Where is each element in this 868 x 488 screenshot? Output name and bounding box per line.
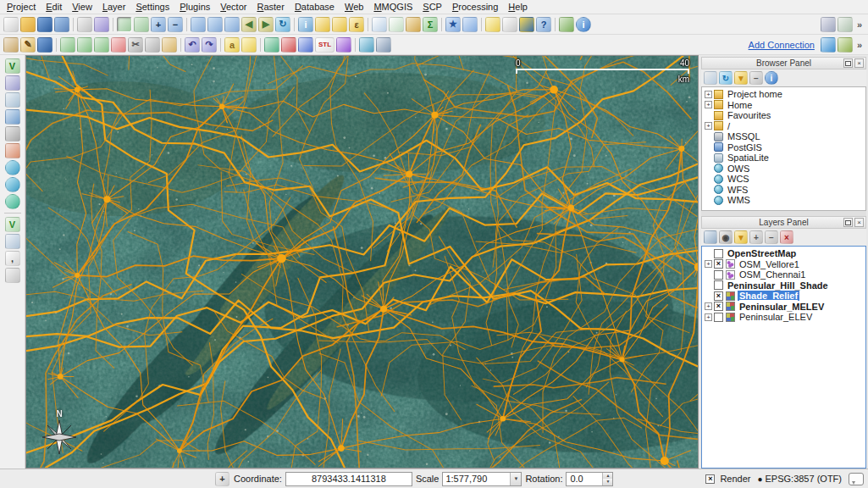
layer-item-osm-vellore1[interactable]: +×OSM_Vellore1: [703, 259, 865, 270]
select-features-icon[interactable]: [315, 17, 330, 32]
cut-features-icon[interactable]: ✂: [128, 37, 143, 53]
menu-scp[interactable]: SCP: [417, 1, 447, 14]
map-canvas[interactable]: 0 40 km N: [25, 55, 699, 469]
expander-icon[interactable]: +: [705, 302, 712, 310]
filter-browser-icon[interactable]: ▼: [734, 71, 748, 85]
float-panel-button[interactable]: [843, 58, 853, 68]
browser-item-root[interactable]: +/: [703, 121, 865, 132]
move-feature-icon[interactable]: [77, 37, 92, 53]
float-panel-button[interactable]: [843, 218, 853, 227]
pan-to-selection-icon[interactable]: [134, 17, 149, 32]
tile-layer-icon[interactable]: [838, 37, 853, 53]
undo-icon[interactable]: ↶: [185, 37, 200, 53]
add-feature-icon[interactable]: [60, 37, 75, 53]
toggle-editing-icon[interactable]: ✎: [20, 37, 36, 53]
chevron-down-icon[interactable]: ▼: [510, 473, 521, 485]
refresh-browser-icon[interactable]: ↻: [719, 71, 733, 85]
add-delimited-text-icon[interactable]: ,: [5, 251, 20, 266]
redo-icon[interactable]: ↷: [202, 37, 217, 53]
layer-visibility-checkbox[interactable]: [714, 270, 723, 280]
filter-legend-icon[interactable]: ▼: [734, 230, 748, 244]
browser-item-mssql[interactable]: MSSQL: [703, 131, 865, 142]
zoom-to-selection-icon[interactable]: [207, 17, 223, 32]
select-by-expression-icon[interactable]: ε: [349, 17, 364, 32]
layer-item-shade-relief[interactable]: ×Shade_Relief: [703, 291, 865, 302]
expander-icon[interactable]: +: [705, 122, 712, 130]
menu-web[interactable]: Web: [340, 1, 368, 14]
browser-item-wcs[interactable]: WCS: [703, 174, 865, 185]
scp-spectral-plot-icon[interactable]: [336, 37, 351, 53]
metasearch-icon[interactable]: [821, 37, 836, 53]
add-selected-layers-icon[interactable]: [704, 71, 717, 85]
new-bookmark-icon[interactable]: [462, 17, 478, 32]
paste-features-icon[interactable]: [162, 37, 177, 53]
browser-item-postgis[interactable]: PostGIS: [703, 142, 865, 153]
render-checkbox[interactable]: × Render: [705, 474, 750, 484]
layer-visibility-checkbox[interactable]: [714, 313, 723, 322]
rotation-spinner[interactable]: 0.0 ▲ ▼: [566, 472, 613, 486]
zoom-next-icon[interactable]: ▶: [258, 17, 274, 32]
menu-layer[interactable]: Layer: [97, 1, 131, 14]
menu-processing[interactable]: Processing: [447, 1, 503, 14]
layer-visibility-checkbox[interactable]: ×: [714, 259, 723, 269]
layer-item-peninsular-hill-shade[interactable]: Peninsular_Hill_Shade: [703, 280, 865, 291]
zoom-full-icon[interactable]: [191, 17, 206, 32]
close-panel-button[interactable]: ×: [854, 218, 864, 227]
scale-combo[interactable]: 1:577,790 ▼: [442, 472, 522, 486]
layer-item-openstreetmap[interactable]: OpenStreetMap: [703, 248, 865, 259]
scp-stl-icon[interactable]: STL: [315, 37, 334, 53]
osm-place-search-icon[interactable]: [821, 17, 836, 32]
new-spatialite-layer-icon[interactable]: [5, 234, 20, 249]
add-wcs-layer-icon[interactable]: [5, 177, 20, 192]
add-postgis-layer-icon[interactable]: [5, 109, 20, 125]
spin-up-icon[interactable]: ▲: [603, 473, 612, 480]
python-console-icon[interactable]: [519, 17, 534, 32]
add-oracle-layer-icon[interactable]: [5, 143, 20, 158]
composer-manager-icon[interactable]: [94, 17, 109, 32]
save-edits-icon[interactable]: [37, 37, 53, 53]
zoom-in-icon[interactable]: +: [151, 17, 166, 32]
new-shapefile-layer-icon[interactable]: V: [5, 217, 20, 232]
current-edits-icon[interactable]: [3, 37, 19, 53]
messages-button[interactable]: [849, 473, 864, 485]
browser-item-home[interactable]: +Home: [703, 100, 865, 111]
scp-roi-pointer-icon[interactable]: [281, 37, 296, 53]
zoom-out-icon[interactable]: −: [168, 17, 183, 32]
menu-project[interactable]: Project: [2, 1, 41, 14]
labeling-icon[interactable]: a: [224, 37, 240, 53]
statistical-summary-icon[interactable]: Σ: [423, 17, 438, 32]
collapse-all-layers-icon[interactable]: −: [765, 230, 778, 244]
copy-features-icon[interactable]: [145, 37, 160, 53]
browser-properties-icon[interactable]: i: [765, 71, 778, 85]
menu-raster[interactable]: Raster: [252, 1, 289, 14]
attribute-table-icon[interactable]: [372, 17, 387, 32]
save-project-as-icon[interactable]: [54, 17, 69, 32]
node-tool-icon[interactable]: [94, 37, 109, 53]
processing-toolbox-icon[interactable]: [376, 37, 391, 53]
menu-settings[interactable]: Settings: [130, 1, 174, 14]
zoom-to-layer-icon[interactable]: [224, 17, 240, 32]
scp-bandset-icon[interactable]: [264, 37, 279, 53]
menu-database[interactable]: Database: [290, 1, 340, 14]
remove-layer-icon[interactable]: ×: [780, 230, 793, 244]
menu-plugins[interactable]: Plugins: [174, 1, 215, 14]
crs-status-button[interactable]: ● EPSG:3857 (OTF): [754, 474, 845, 484]
field-calculator-icon[interactable]: [389, 17, 404, 32]
layer-visibility-checkbox[interactable]: [714, 249, 723, 258]
browser-item-favourites[interactable]: Favourites: [703, 110, 865, 121]
browser-item-spatialite[interactable]: SpatiaLite: [703, 152, 865, 164]
gps-information-icon[interactable]: [359, 37, 374, 53]
expander-icon[interactable]: +: [705, 260, 712, 268]
manage-plugins-icon[interactable]: [559, 17, 574, 32]
add-vector-layer-icon[interactable]: V: [5, 58, 20, 74]
metadata-info-icon[interactable]: i: [576, 17, 591, 32]
browser-item-project-home[interactable]: +Project home: [703, 89, 865, 100]
mouse-position-icon[interactable]: +: [215, 472, 229, 486]
toolbar-overflow-icon[interactable]: »: [857, 19, 862, 30]
menu-help[interactable]: Help: [503, 1, 533, 14]
menu-mmqgis[interactable]: MMQGIS: [368, 1, 417, 14]
expander-icon[interactable]: +: [705, 313, 712, 321]
add-mssql-layer-icon[interactable]: [5, 126, 20, 141]
map-template-icon[interactable]: [5, 268, 20, 283]
browser-item-ows[interactable]: OWS: [703, 164, 865, 175]
